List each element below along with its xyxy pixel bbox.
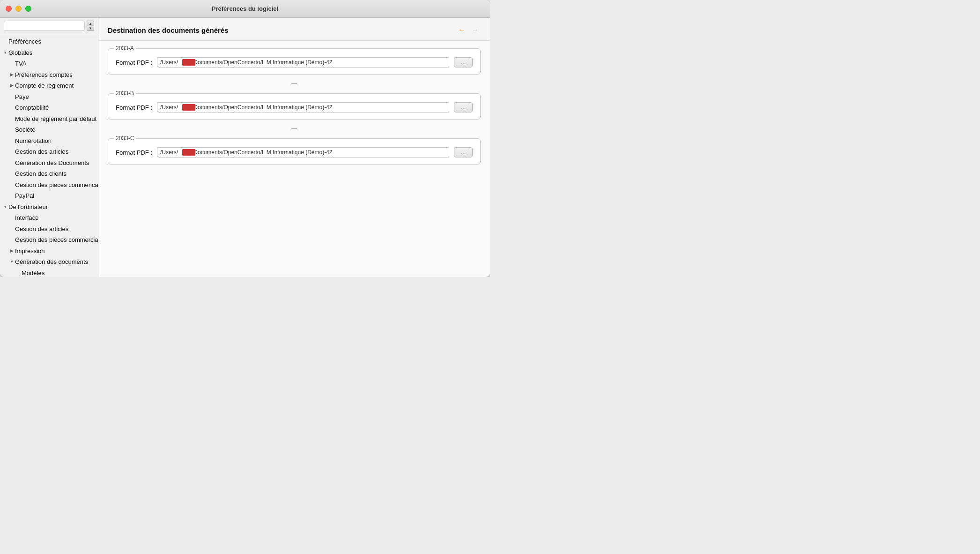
search-input[interactable] [4, 21, 85, 31]
sidebar-label-comptabilite: Comptabilité [15, 103, 49, 112]
pdf-path-wrapper [157, 147, 449, 157]
sidebar-label-paye: Paye [15, 92, 29, 102]
sidebar-label-preferences-root: Préférences [8, 37, 41, 46]
pdf-path-wrapper [157, 57, 449, 67]
pdf-label-section-2033a: Format PDF : [116, 59, 152, 66]
window-title: Préférences du logiciel [212, 5, 278, 12]
sidebar-item-gestion-articles-o[interactable]: Gestion des articles [0, 224, 98, 235]
sidebar-label-de-lordinateur: De l'ordinateur [8, 202, 48, 212]
preferences-window: Préférences du logiciel ▲ ▼ Préférences▾… [0, 0, 490, 277]
pdf-path-input-section-2033a[interactable] [157, 57, 449, 67]
sidebar-item-modeles[interactable]: Modèles [0, 268, 98, 277]
sidebar-item-gestion-pieces-comm-g[interactable]: Gestion des pièces commericales [0, 180, 98, 191]
pdf-browse-button-section-2033c[interactable]: ... [454, 147, 473, 157]
nav-forward-button[interactable]: → [469, 24, 481, 36]
pdf-path-input-section-2033b[interactable] [157, 102, 449, 112]
sidebar-item-societe[interactable]: Société [0, 124, 98, 135]
sidebar-label-mode-reglement: Mode de règlement par défaut [15, 114, 97, 124]
tree-toggle-preferences-comptes: ▶ [8, 71, 15, 78]
tree-toggle-generation-docs-o: ▾ [8, 259, 15, 265]
sidebar-label-gestion-pieces-comm-o: Gestion des pièces commerciales [15, 235, 98, 245]
sidebar-item-gestion-articles-g[interactable]: Gestion des articles [0, 146, 98, 157]
close-button[interactable] [6, 6, 12, 12]
sidebar-item-mode-reglement[interactable]: Mode de règlement par défaut [0, 113, 98, 125]
sidebar-label-globales: Globales [8, 48, 32, 58]
sidebar-item-numerotation[interactable]: Numérotation [0, 135, 98, 147]
pdf-label-section-2033c: Format PDF : [116, 149, 152, 156]
sidebar-label-generation-docs-o: Génération des documents [15, 257, 88, 267]
pdf-label-section-2033b: Format PDF : [116, 104, 152, 111]
sidebar-label-generation-docs-g: Génération des Documents [15, 158, 89, 168]
sidebar-label-gestion-pieces-comm-g: Gestion des pièces commericales [15, 180, 98, 190]
sidebar-item-globales[interactable]: ▾Globales [0, 47, 98, 59]
sidebar-label-interface: Interface [15, 213, 39, 223]
content-area: ▲ ▼ Préférences▾GlobalesTVA▶Préférences … [0, 18, 490, 277]
sidebar-item-paypal[interactable]: PayPal [0, 190, 98, 202]
page-title: Destination des documents générés [108, 26, 229, 34]
pdf-browse-button-section-2033b[interactable]: ... [454, 102, 473, 112]
pdf-path-wrapper [157, 102, 449, 112]
section-box-section-2033c: 2033-CFormat PDF :... [108, 138, 481, 165]
sidebar-item-gestion-pieces-comm-o[interactable]: Gestion des pièces commerciales [0, 234, 98, 246]
main-body: 2033-AFormat PDF :...—2033-BFormat PDF :… [98, 41, 490, 277]
sidebar-label-tva: TVA [15, 59, 26, 68]
pdf-row-section-2033c: Format PDF :... [116, 147, 473, 157]
sidebar-item-preferences-root[interactable]: Préférences [0, 36, 98, 47]
main-header: Destination des documents générés ← → [98, 18, 490, 41]
sidebar-item-generation-docs-g[interactable]: Génération des Documents [0, 157, 98, 169]
tree-toggle-compte-reglement: ▶ [8, 82, 15, 89]
sidebar-label-preferences-comptes: Préférences comptes [15, 70, 73, 80]
sidebar-label-numerotation: Numérotation [15, 136, 52, 146]
stepper-up-button[interactable]: ▲ [87, 21, 94, 26]
maximize-button[interactable] [25, 6, 31, 12]
sidebar-item-paye[interactable]: Paye [0, 91, 98, 103]
minimize-button[interactable] [15, 6, 22, 12]
sidebar-label-paypal: PayPal [15, 191, 34, 201]
sidebar-item-impression[interactable]: ▶Impression [0, 246, 98, 257]
pdf-row-section-2033b: Format PDF :... [116, 102, 473, 112]
sidebar-label-gestion-articles-o: Gestion des articles [15, 225, 68, 234]
sidebar-item-tva[interactable]: TVA [0, 58, 98, 69]
pdf-path-input-section-2033c[interactable] [157, 147, 449, 157]
tree-toggle-globales: ▾ [2, 49, 8, 56]
section-label-section-2033c: 2033-C [114, 135, 136, 142]
sidebar-search-bar: ▲ ▼ [0, 18, 98, 34]
titlebar: Préférences du logiciel [0, 0, 490, 18]
sidebar-label-impression: Impression [15, 247, 45, 256]
sidebar-item-comptabilite[interactable]: Comptabilité [0, 102, 98, 113]
nav-back-button[interactable]: ← [456, 24, 468, 36]
sidebar-item-preferences-comptes[interactable]: ▶Préférences comptes [0, 69, 98, 81]
stepper-down-button[interactable]: ▼ [87, 26, 94, 31]
section-box-section-2033a: 2033-AFormat PDF :... [108, 48, 481, 75]
sidebar-tree: Préférences▾GlobalesTVA▶Préférences comp… [0, 34, 98, 277]
sidebar: ▲ ▼ Préférences▾GlobalesTVA▶Préférences … [0, 18, 98, 277]
sidebar-label-gestion-articles-g: Gestion des articles [15, 147, 68, 157]
sidebar-label-gestion-clients: Gestion des clients [15, 169, 67, 179]
sidebar-label-compte-reglement: Compte de règlement [15, 81, 74, 90]
search-stepper[interactable]: ▲ ▼ [87, 21, 94, 31]
section-label-section-2033a: 2033-A [114, 45, 136, 52]
window-controls [6, 6, 31, 12]
sidebar-item-gestion-clients[interactable]: Gestion des clients [0, 168, 98, 180]
section-divider-0: — [108, 80, 481, 86]
tree-toggle-impression: ▶ [8, 247, 15, 254]
sidebar-item-generation-docs-o[interactable]: ▾Génération des documents [0, 256, 98, 268]
nav-arrows: ← → [456, 24, 481, 36]
section-box-section-2033b: 2033-BFormat PDF :... [108, 93, 481, 120]
section-label-section-2033b: 2033-B [114, 90, 136, 97]
sidebar-item-interface[interactable]: Interface [0, 212, 98, 224]
sidebar-label-societe: Société [15, 125, 35, 135]
pdf-row-section-2033a: Format PDF :... [116, 57, 473, 67]
sidebar-item-de-lordinateur[interactable]: ▾De l'ordinateur [0, 202, 98, 213]
section-divider-1: — [108, 125, 481, 131]
pdf-browse-button-section-2033a[interactable]: ... [454, 57, 473, 67]
main-panel: Destination des documents générés ← → 20… [98, 18, 490, 277]
sidebar-label-modeles: Modèles [22, 269, 45, 277]
tree-toggle-de-lordinateur: ▾ [2, 203, 8, 210]
sidebar-item-compte-reglement[interactable]: ▶Compte de règlement [0, 80, 98, 91]
